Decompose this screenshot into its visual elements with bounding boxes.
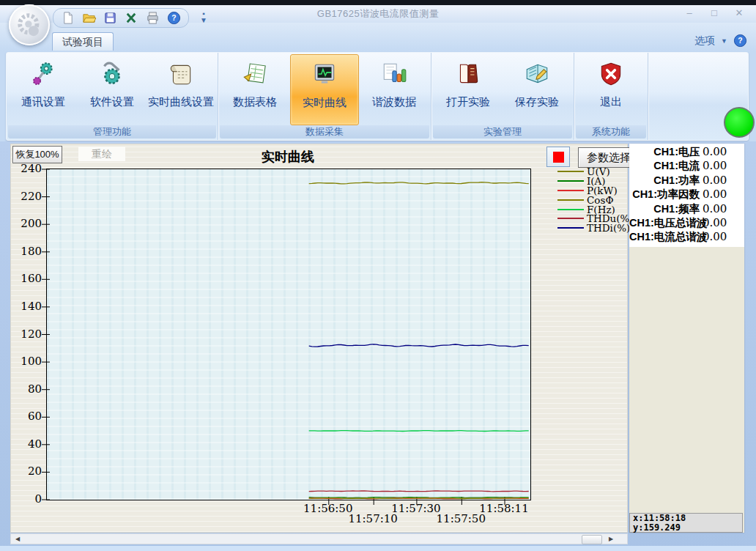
reading-label: CH1:频率 <box>629 202 700 216</box>
svg-text:?: ? <box>738 37 742 45</box>
help-icon[interactable]: ? <box>733 34 747 48</box>
realtime-curve-icon <box>311 61 338 89</box>
ribbon-button-label: 保存实验 <box>515 95 559 109</box>
reading-label: CH1:电流总谐波 <box>629 230 700 244</box>
application-menu-orb[interactable] <box>9 4 50 45</box>
y-axis-tick-label: 80 <box>11 382 42 396</box>
ribbon-button-label: 打开实验 <box>446 95 490 109</box>
reading-row: CH1:电压总谐波0.00 <box>629 216 744 230</box>
reading-label: CH1:功率 <box>629 174 700 188</box>
ribbon-button-label: 数据表格 <box>233 95 277 109</box>
save-experiment-icon <box>523 60 551 88</box>
reading-row: CH1:频率0.00 <box>629 202 744 216</box>
ribbon-button-software-settings[interactable]: 软件设置 <box>78 54 146 125</box>
y-axis-tick-label: 0 <box>11 492 42 506</box>
ribbon-group-3: 退出系统功能 <box>574 53 648 140</box>
x-axis-tick-label: 11:58:11 <box>478 502 530 515</box>
maximize-icon[interactable]: □ <box>708 7 721 18</box>
reading-row: CH1:功率0.00 <box>629 174 744 188</box>
reading-label: CH1:电流 <box>629 159 700 173</box>
ribbon-button-curve-settings[interactable]: 实时曲线设置 <box>147 54 215 125</box>
legend-line-swatch <box>557 199 584 201</box>
y-axis-tick-label: 100 <box>11 355 42 368</box>
reading-label: CH1:电压 <box>629 145 700 159</box>
ribbon: 通讯设置软件设置实时曲线设置管理功能数据表格实时曲线谐波数据数据采集打开实验保存… <box>6 52 749 141</box>
ribbon-group-label: 实验管理 <box>433 125 572 138</box>
stop-acquisition-button[interactable] <box>546 147 570 167</box>
chart-title: 实时曲线 <box>193 148 383 166</box>
export-excel-icon[interactable] <box>125 11 138 25</box>
y-axis-tick-label: 40 <box>11 437 42 451</box>
readings-list: CH1:电压0.00CH1:电流0.00CH1:功率0.00CH1:功率因数0.… <box>629 144 744 247</box>
scrollbar-thumb[interactable] <box>582 535 602 544</box>
reading-label: CH1:电压总谐波 <box>629 216 700 230</box>
ribbon-button-data-table[interactable]: 数据表格 <box>221 54 289 125</box>
channel-readings-panel: CH1:电压0.00CH1:电流0.00CH1:功率0.00CH1:功率因数0.… <box>629 144 744 533</box>
legend-line-swatch <box>557 171 584 172</box>
close-icon[interactable]: ✕ <box>733 7 746 18</box>
y-axis-tick-label: 140 <box>11 300 42 313</box>
ribbon-button-realtime-curve[interactable]: 实时曲线 <box>290 54 359 125</box>
print-icon[interactable] <box>146 11 160 25</box>
y-axis-tick-label: 200 <box>11 217 42 230</box>
legend-item: THDi(%) <box>557 223 631 233</box>
reading-row: CH1:电流0.00 <box>629 159 744 173</box>
minimize-icon[interactable]: – <box>683 7 696 18</box>
chevron-down-icon: ▼ <box>721 37 727 45</box>
series-line-THDi(%) <box>309 344 529 347</box>
y-axis-tick-label: 160 <box>11 272 42 285</box>
ribbon-zone: 通讯设置软件设置实时曲线设置管理功能数据表格实时曲线谐波数据数据采集打开实验保存… <box>0 51 756 141</box>
customize-toolbar-icon[interactable]: ▪▼ <box>198 10 210 23</box>
scroll-right-icon[interactable]: ▶ <box>606 535 616 543</box>
svg-text:?: ? <box>171 14 176 22</box>
reading-value: 0.00 <box>703 188 727 201</box>
plot-area[interactable] <box>46 169 531 500</box>
screen-top-edge <box>0 0 756 5</box>
window-bottom-border <box>0 546 756 551</box>
y-axis-tick-label: 60 <box>11 410 42 423</box>
quick-access-toolbar: ? <box>53 8 189 28</box>
restore-zoom-button[interactable]: 恢复100% <box>12 146 62 163</box>
ribbon-group-0: 通讯设置软件设置实时曲线设置管理功能 <box>7 53 218 140</box>
redraw-button[interactable]: 重绘 <box>78 147 125 161</box>
ribbon-button-open-experiment[interactable]: 打开实验 <box>434 54 502 125</box>
horizontal-scrollbar[interactable]: ◀ ▶ <box>10 533 628 544</box>
reading-row: CH1:电压0.00 <box>629 145 744 159</box>
ribbon-group-1: 数据表格实时曲线谐波数据数据采集 <box>218 53 431 140</box>
ribbon-button-harmonic-data[interactable]: 谐波数据 <box>360 54 428 125</box>
ribbon-group-label: 管理功能 <box>8 125 216 138</box>
series-line-F(Hz) <box>309 431 529 432</box>
new-document-icon[interactable] <box>61 11 75 25</box>
scroll-left-icon[interactable]: ◀ <box>12 535 23 543</box>
reading-value: 0.00 <box>703 159 727 172</box>
legend-label: THDi(%) <box>587 222 630 234</box>
ribbon-button-save-experiment[interactable]: 保存实验 <box>503 54 571 125</box>
chart-legend: U(V)I(A)P(kW)CosΦF(Hz)THDu(%)THDi(%) <box>557 167 631 233</box>
y-axis-tick-label: 120 <box>11 328 42 341</box>
tab-test-items[interactable]: 试验项目 <box>52 32 114 51</box>
ribbon-button-label: 谐波数据 <box>372 95 416 109</box>
harmonic-data-icon <box>380 60 408 88</box>
reading-value: 0.00 <box>703 230 727 243</box>
ribbon-button-exit[interactable]: 退出 <box>577 54 645 125</box>
cursor-coordinates-box: x:11:58:18 y:159.249 <box>629 513 743 533</box>
open-folder-icon[interactable] <box>82 11 96 25</box>
y-axis-tick-label: 220 <box>11 190 42 203</box>
help-icon[interactable]: ? <box>167 11 181 25</box>
reading-value: 0.00 <box>703 174 727 187</box>
legend-line-swatch <box>557 227 584 229</box>
reading-value: 0.00 <box>703 145 727 158</box>
legend-line-swatch <box>557 190 584 191</box>
ribbon-button-label: 软件设置 <box>90 95 134 109</box>
options-button[interactable]: 选项 <box>694 34 715 48</box>
options-area: 选项 ▼ ? <box>694 34 747 48</box>
ribbon-button-label: 通讯设置 <box>21 95 65 109</box>
reading-value: 0.00 <box>703 202 727 215</box>
reading-value: 0.00 <box>703 216 727 229</box>
y-axis-tick-label: 20 <box>11 465 42 478</box>
legend-line-swatch <box>557 209 584 210</box>
data-table-icon <box>241 60 269 88</box>
x-axis-tick-label: 11:56:50 <box>303 502 354 515</box>
save-icon[interactable] <box>103 11 117 25</box>
ribbon-button-comm-settings[interactable]: 通讯设置 <box>10 54 77 125</box>
